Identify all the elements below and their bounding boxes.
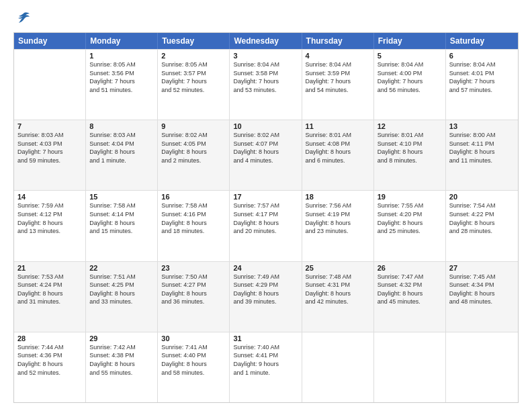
cell-content: Sunrise: 7:48 AM Sunset: 4:31 PM Dayligh… [306, 273, 370, 306]
calendar-week-2: 7Sunrise: 8:03 AM Sunset: 4:03 PM Daylig… [14, 120, 518, 190]
day-number: 7 [17, 122, 82, 130]
day-number: 17 [233, 193, 298, 201]
calendar-cell [14, 50, 86, 120]
calendar-cell: 28Sunrise: 7:44 AM Sunset: 4:36 PM Dayli… [14, 332, 86, 402]
calendar-cell: 11Sunrise: 8:01 AM Sunset: 4:08 PM Dayli… [302, 120, 374, 190]
calendar-cell: 20Sunrise: 7:54 AM Sunset: 4:22 PM Dayli… [446, 191, 518, 261]
calendar-cell: 18Sunrise: 7:56 AM Sunset: 4:19 PM Dayli… [302, 191, 374, 261]
cell-content: Sunrise: 8:03 AM Sunset: 4:03 PM Dayligh… [17, 131, 82, 165]
calendar-cell: 8Sunrise: 8:03 AM Sunset: 4:04 PM Daylig… [86, 120, 158, 190]
calendar-cell: 2Sunrise: 8:05 AM Sunset: 3:57 PM Daylig… [158, 50, 230, 120]
calendar-cell: 21Sunrise: 7:53 AM Sunset: 4:24 PM Dayli… [14, 262, 86, 332]
day-number: 11 [306, 122, 370, 130]
calendar-week-3: 14Sunrise: 7:59 AM Sunset: 4:12 PM Dayli… [14, 190, 518, 261]
day-number: 23 [161, 264, 226, 272]
day-number: 13 [449, 122, 515, 130]
calendar-cell: 12Sunrise: 8:01 AM Sunset: 4:10 PM Dayli… [374, 120, 446, 190]
day-number: 27 [449, 264, 515, 272]
cell-content: Sunrise: 7:44 AM Sunset: 4:36 PM Dayligh… [17, 343, 82, 377]
calendar-cell: 5Sunrise: 8:04 AM Sunset: 4:00 PM Daylig… [374, 50, 446, 120]
calendar-cell: 25Sunrise: 7:48 AM Sunset: 4:31 PM Dayli… [302, 262, 374, 332]
cell-content: Sunrise: 8:00 AM Sunset: 4:11 PM Dayligh… [449, 131, 515, 165]
cell-content: Sunrise: 8:05 AM Sunset: 3:56 PM Dayligh… [89, 60, 154, 94]
day-number: 25 [306, 264, 370, 272]
cell-content: Sunrise: 7:49 AM Sunset: 4:29 PM Dayligh… [233, 273, 298, 306]
day-number: 2 [161, 52, 226, 60]
day-number: 8 [89, 122, 154, 130]
day-number: 1 [89, 52, 154, 60]
logo-bird-icon [16, 11, 31, 26]
day-number: 14 [17, 193, 82, 201]
cell-content: Sunrise: 8:02 AM Sunset: 4:07 PM Dayligh… [233, 131, 298, 165]
header [13, 11, 519, 26]
cell-content: Sunrise: 7:57 AM Sunset: 4:17 PM Dayligh… [233, 201, 298, 235]
cell-content: Sunrise: 7:55 AM Sunset: 4:20 PM Dayligh… [378, 201, 442, 235]
cell-content: Sunrise: 7:58 AM Sunset: 4:16 PM Dayligh… [161, 201, 226, 235]
calendar-body: 1Sunrise: 8:05 AM Sunset: 3:56 PM Daylig… [14, 49, 518, 402]
day-number: 12 [378, 122, 442, 130]
day-header-tuesday: Tuesday [158, 33, 230, 49]
day-number: 9 [161, 122, 226, 130]
calendar-cell: 16Sunrise: 7:58 AM Sunset: 4:16 PM Dayli… [158, 191, 230, 261]
calendar-cell: 3Sunrise: 8:04 AM Sunset: 3:58 PM Daylig… [230, 50, 302, 120]
day-number: 22 [89, 264, 154, 272]
calendar-cell: 24Sunrise: 7:49 AM Sunset: 4:29 PM Dayli… [230, 262, 302, 332]
calendar-cell: 26Sunrise: 7:47 AM Sunset: 4:32 PM Dayli… [374, 262, 446, 332]
calendar-cell [446, 332, 518, 402]
day-number: 5 [378, 52, 442, 60]
cell-content: Sunrise: 7:51 AM Sunset: 4:25 PM Dayligh… [89, 273, 154, 306]
calendar-cell: 6Sunrise: 8:04 AM Sunset: 4:01 PM Daylig… [446, 50, 518, 120]
day-number: 3 [233, 52, 298, 60]
cell-content: Sunrise: 8:01 AM Sunset: 4:08 PM Dayligh… [306, 131, 370, 165]
calendar-cell: 27Sunrise: 7:45 AM Sunset: 4:34 PM Dayli… [446, 262, 518, 332]
calendar-cell: 19Sunrise: 7:55 AM Sunset: 4:20 PM Dayli… [374, 191, 446, 261]
cell-content: Sunrise: 8:04 AM Sunset: 4:01 PM Dayligh… [449, 60, 515, 94]
calendar-cell: 23Sunrise: 7:50 AM Sunset: 4:27 PM Dayli… [158, 262, 230, 332]
calendar-cell: 17Sunrise: 7:57 AM Sunset: 4:17 PM Dayli… [230, 191, 302, 261]
day-number: 21 [17, 264, 82, 272]
day-number: 26 [378, 264, 442, 272]
calendar-cell: 13Sunrise: 8:00 AM Sunset: 4:11 PM Dayli… [446, 120, 518, 190]
day-number: 4 [306, 52, 370, 60]
day-number: 18 [306, 193, 370, 201]
cell-content: Sunrise: 7:53 AM Sunset: 4:24 PM Dayligh… [17, 273, 82, 306]
calendar-cell: 31Sunrise: 7:40 AM Sunset: 4:41 PM Dayli… [230, 332, 302, 402]
cell-content: Sunrise: 7:41 AM Sunset: 4:40 PM Dayligh… [161, 343, 226, 377]
cell-content: Sunrise: 8:05 AM Sunset: 3:57 PM Dayligh… [161, 60, 226, 94]
cell-content: Sunrise: 7:58 AM Sunset: 4:14 PM Dayligh… [89, 201, 154, 235]
cell-content: Sunrise: 8:01 AM Sunset: 4:10 PM Dayligh… [378, 131, 442, 165]
calendar-week-4: 21Sunrise: 7:53 AM Sunset: 4:24 PM Dayli… [14, 261, 518, 332]
cell-content: Sunrise: 8:04 AM Sunset: 4:00 PM Dayligh… [378, 60, 442, 94]
day-number: 15 [89, 193, 154, 201]
calendar-cell: 22Sunrise: 7:51 AM Sunset: 4:25 PM Dayli… [86, 262, 158, 332]
calendar-cell: 30Sunrise: 7:41 AM Sunset: 4:40 PM Dayli… [158, 332, 230, 402]
cell-content: Sunrise: 7:40 AM Sunset: 4:41 PM Dayligh… [233, 343, 298, 377]
day-number: 16 [161, 193, 226, 201]
day-number: 6 [449, 52, 515, 60]
day-number: 28 [17, 334, 82, 342]
calendar-cell: 10Sunrise: 8:02 AM Sunset: 4:07 PM Dayli… [230, 120, 302, 190]
day-number: 20 [449, 193, 515, 201]
day-number: 29 [89, 334, 154, 342]
calendar-cell: 1Sunrise: 8:05 AM Sunset: 3:56 PM Daylig… [86, 50, 158, 120]
calendar-cell: 15Sunrise: 7:58 AM Sunset: 4:14 PM Dayli… [86, 191, 158, 261]
cell-content: Sunrise: 7:47 AM Sunset: 4:32 PM Dayligh… [378, 273, 442, 306]
cell-content: Sunrise: 8:04 AM Sunset: 3:59 PM Dayligh… [306, 60, 370, 94]
calendar-cell [374, 332, 446, 402]
day-header-thursday: Thursday [302, 33, 374, 49]
calendar-week-5: 28Sunrise: 7:44 AM Sunset: 4:36 PM Dayli… [14, 332, 518, 402]
cell-content: Sunrise: 7:42 AM Sunset: 4:38 PM Dayligh… [89, 343, 154, 377]
calendar-cell: 14Sunrise: 7:59 AM Sunset: 4:12 PM Dayli… [14, 191, 86, 261]
day-number: 24 [233, 264, 298, 272]
logo [13, 11, 31, 26]
calendar-cell: 7Sunrise: 8:03 AM Sunset: 4:03 PM Daylig… [14, 120, 86, 190]
day-header-saturday: Saturday [446, 33, 518, 49]
cell-content: Sunrise: 7:45 AM Sunset: 4:34 PM Dayligh… [449, 273, 515, 306]
cell-content: Sunrise: 8:04 AM Sunset: 3:58 PM Dayligh… [233, 60, 298, 94]
day-header-friday: Friday [374, 33, 446, 49]
cell-content: Sunrise: 7:59 AM Sunset: 4:12 PM Dayligh… [17, 201, 82, 235]
day-number: 31 [233, 334, 298, 342]
cell-content: Sunrise: 8:02 AM Sunset: 4:05 PM Dayligh… [161, 131, 226, 165]
cell-content: Sunrise: 7:54 AM Sunset: 4:22 PM Dayligh… [449, 201, 515, 235]
day-header-wednesday: Wednesday [230, 33, 302, 49]
